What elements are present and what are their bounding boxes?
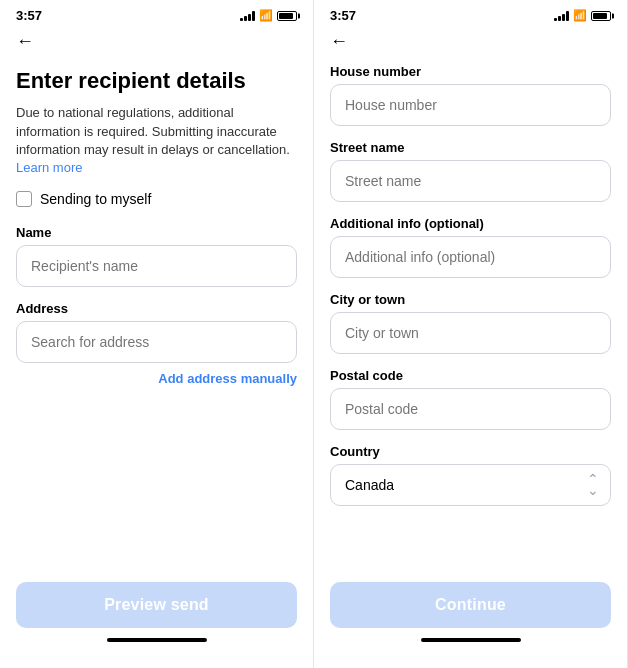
signal-icon [240, 11, 255, 21]
continue-button[interactable]: Continue [330, 582, 611, 628]
address-field-group: Address Add address manually [16, 301, 297, 387]
right-panel-content: House number Street name Additional info… [314, 60, 627, 572]
status-bar-right: 3:57 📶 [314, 0, 627, 27]
additional-info-label: Additional info (optional) [330, 216, 611, 231]
house-number-input[interactable] [330, 84, 611, 126]
home-indicator-right [421, 638, 521, 642]
time-right: 3:57 [330, 8, 356, 23]
country-field-group: Country Canada United States United King… [330, 444, 611, 506]
address-input[interactable] [16, 321, 297, 363]
city-town-input[interactable] [330, 312, 611, 354]
left-phone-panel: 3:57 📶 ← Enter recipient details Due to … [0, 0, 314, 668]
postal-code-field-group: Postal code [330, 368, 611, 430]
sending-to-myself-row[interactable]: Sending to myself [16, 191, 297, 207]
learn-more-link[interactable]: Learn more [16, 160, 82, 175]
name-input[interactable] [16, 245, 297, 287]
battery-icon-right [591, 11, 611, 21]
city-town-label: City or town [330, 292, 611, 307]
add-address-link[interactable]: Add address manually [16, 369, 297, 387]
country-select[interactable]: Canada United States United Kingdom Aust… [330, 464, 611, 506]
status-icons-right: 📶 [554, 9, 611, 22]
street-name-input[interactable] [330, 160, 611, 202]
postal-code-input[interactable] [330, 388, 611, 430]
postal-code-label: Postal code [330, 368, 611, 383]
left-panel-bottom: Preview send [0, 572, 313, 668]
status-bar-left: 3:57 📶 [0, 0, 313, 27]
country-select-wrapper: Canada United States United Kingdom Aust… [330, 464, 611, 506]
left-panel-content: Enter recipient details Due to national … [0, 60, 313, 572]
sending-to-myself-label: Sending to myself [40, 191, 151, 207]
right-panel-bottom: Continue [314, 572, 627, 668]
battery-icon [277, 11, 297, 21]
street-name-label: Street name [330, 140, 611, 155]
additional-info-field-group: Additional info (optional) [330, 216, 611, 278]
wifi-icon-right: 📶 [573, 9, 587, 22]
country-label: Country [330, 444, 611, 459]
description-text: Due to national regulations, additional … [16, 104, 297, 177]
house-number-field-group: House number [330, 64, 611, 126]
street-name-field-group: Street name [330, 140, 611, 202]
address-label: Address [16, 301, 297, 316]
preview-send-button[interactable]: Preview send [16, 582, 297, 628]
name-field-group: Name [16, 225, 297, 287]
house-number-label: House number [330, 64, 611, 79]
additional-info-input[interactable] [330, 236, 611, 278]
city-town-field-group: City or town [330, 292, 611, 354]
signal-icon-right [554, 11, 569, 21]
home-indicator-left [107, 638, 207, 642]
back-button-left[interactable]: ← [0, 27, 313, 60]
back-button-right[interactable]: ← [314, 27, 627, 60]
right-phone-panel: 3:57 📶 ← House number Street name Additi [314, 0, 628, 668]
page-title: Enter recipient details [16, 68, 297, 94]
sending-to-myself-checkbox[interactable] [16, 191, 32, 207]
name-label: Name [16, 225, 297, 240]
status-icons-left: 📶 [240, 9, 297, 22]
wifi-icon: 📶 [259, 9, 273, 22]
time-left: 3:57 [16, 8, 42, 23]
